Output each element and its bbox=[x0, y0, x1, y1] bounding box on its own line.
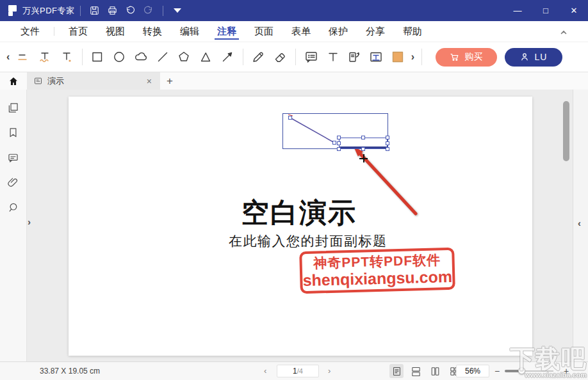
continuous-scroll-view-button[interactable] bbox=[409, 364, 423, 378]
pencil-button[interactable] bbox=[249, 47, 268, 67]
selection-handle[interactable] bbox=[337, 141, 341, 145]
cloud-shape-icon bbox=[133, 49, 149, 65]
page-number-input[interactable]: 1 /4 bbox=[277, 365, 319, 377]
selection-handle[interactable] bbox=[361, 136, 365, 139]
titlebar-divider bbox=[80, 6, 81, 16]
rectangle-shape-button[interactable] bbox=[88, 47, 107, 67]
zoom-slider-thumb[interactable] bbox=[518, 367, 525, 374]
toolbar-scroll-right-button[interactable]: › bbox=[409, 51, 417, 63]
toolbar-scroll-left-button[interactable]: ‹ bbox=[4, 51, 12, 63]
close-button[interactable]: ✕ bbox=[560, 0, 588, 21]
sidebar-thumbnails-button[interactable] bbox=[6, 100, 21, 115]
facing-pages-view-button[interactable] bbox=[428, 364, 442, 378]
left-sidebar bbox=[0, 90, 27, 361]
document-viewer[interactable]: 空白演示 在此输入您的封面副标题 神奇PPT转PDF软件 shenqixiang… bbox=[27, 90, 573, 361]
selection-handle[interactable] bbox=[386, 136, 389, 139]
line-endpoint-handle[interactable] bbox=[288, 116, 292, 120]
quick-access-dropdown-button[interactable] bbox=[168, 3, 186, 19]
undo-button[interactable] bbox=[122, 3, 140, 19]
redo-button[interactable] bbox=[140, 3, 158, 19]
maximize-button[interactable]: □ bbox=[532, 0, 560, 21]
menu-form[interactable]: 表单 bbox=[282, 21, 320, 42]
current-page-number: 1 bbox=[293, 367, 297, 376]
expand-left-panel-button[interactable]: › bbox=[28, 216, 31, 227]
callout-button[interactable] bbox=[345, 47, 364, 67]
arrow-shape-button[interactable] bbox=[218, 47, 237, 67]
zoom-slider[interactable] bbox=[505, 370, 553, 372]
eraser-button[interactable] bbox=[270, 47, 290, 67]
next-page-button[interactable]: › bbox=[328, 362, 331, 380]
pdf-editor-window: 万兴PDF专家 — □ ✕ 文件 首页 视图 转换 编辑 注释 页面 bbox=[0, 0, 588, 380]
menu-comment[interactable]: 注释 bbox=[208, 21, 245, 42]
selection-handle[interactable] bbox=[386, 141, 389, 145]
menu-share[interactable]: 分享 bbox=[357, 21, 394, 42]
search-icon bbox=[6, 201, 20, 214]
triangle-shape-icon bbox=[198, 49, 213, 65]
continuous-scroll-icon bbox=[411, 366, 421, 377]
menu-convert[interactable]: 转换 bbox=[134, 21, 171, 42]
print-icon bbox=[107, 5, 118, 16]
color-swatch-icon bbox=[390, 49, 405, 65]
save-button[interactable] bbox=[86, 3, 104, 19]
bookmarks-icon bbox=[6, 126, 20, 139]
account-button[interactable]: LU bbox=[505, 48, 562, 67]
selection-handle[interactable] bbox=[337, 136, 341, 139]
menu-page[interactable]: 页面 bbox=[245, 21, 282, 42]
annotation-toolbar: ‹ bbox=[0, 42, 588, 72]
oval-shape-icon bbox=[111, 49, 127, 65]
menu-view[interactable]: 视图 bbox=[97, 21, 134, 42]
caret-tool-button[interactable] bbox=[57, 47, 76, 67]
menu-help[interactable]: 帮助 bbox=[394, 21, 431, 42]
document-tab[interactable]: 演示 × bbox=[27, 72, 160, 90]
print-button[interactable] bbox=[104, 3, 122, 19]
selection-handle[interactable] bbox=[337, 147, 341, 151]
vertical-scrollbar[interactable] bbox=[563, 101, 569, 161]
collapse-ribbon-button[interactable] bbox=[560, 28, 568, 39]
sidebar-attachments-button[interactable] bbox=[6, 175, 21, 190]
zoom-level-input[interactable]: 56% bbox=[456, 365, 489, 377]
color-swatch-button[interactable] bbox=[388, 47, 407, 67]
buy-button[interactable]: 购买 bbox=[436, 48, 497, 67]
sticky-note-button[interactable] bbox=[302, 47, 321, 67]
stamp-line2: shenqixiangsu.com bbox=[302, 268, 452, 290]
line-endpoint-handle[interactable] bbox=[332, 141, 336, 145]
line-shape-button[interactable] bbox=[153, 47, 172, 67]
attachments-icon bbox=[6, 176, 20, 189]
triangle-shape-button[interactable] bbox=[196, 47, 215, 67]
selection-handle[interactable] bbox=[361, 147, 365, 151]
textbox-icon bbox=[368, 49, 384, 65]
polygon-shape-button[interactable] bbox=[174, 47, 193, 67]
previous-page-button[interactable]: ‹ bbox=[264, 362, 266, 380]
toolbar-divider bbox=[82, 49, 83, 65]
sidebar-bookmarks-button[interactable] bbox=[6, 125, 21, 140]
menu-home[interactable]: 首页 bbox=[60, 21, 97, 42]
tab-title: 演示 bbox=[47, 75, 140, 87]
underline-tool-button[interactable] bbox=[13, 47, 33, 67]
oval-shape-button[interactable] bbox=[110, 47, 129, 67]
menu-file[interactable]: 文件 bbox=[12, 21, 49, 42]
app-title: 万兴PDF专家 bbox=[22, 5, 75, 17]
single-page-view-button[interactable] bbox=[389, 364, 404, 378]
rectangle-shape-icon bbox=[90, 49, 105, 65]
menu-edit[interactable]: 编辑 bbox=[171, 21, 208, 42]
zoom-in-button[interactable]: + bbox=[564, 362, 569, 380]
page-dimensions-label: 33.87 X 19.05 cm bbox=[40, 362, 100, 380]
menu-protect[interactable]: 保护 bbox=[320, 21, 357, 42]
home-button[interactable] bbox=[0, 72, 27, 90]
typewriter-icon bbox=[325, 49, 341, 65]
pdf-page[interactable]: 空白演示 在此输入您的封面副标题 神奇PPT转PDF软件 shenqixiang… bbox=[69, 97, 532, 356]
textbox-button[interactable] bbox=[366, 47, 386, 67]
typewriter-button[interactable] bbox=[323, 47, 343, 67]
tab-close-button[interactable]: × bbox=[145, 76, 154, 86]
squiggly-underline-button[interactable] bbox=[35, 47, 54, 67]
sidebar-comments-button[interactable] bbox=[6, 150, 21, 165]
zoom-out-button[interactable]: − bbox=[494, 362, 500, 380]
minimize-button[interactable]: — bbox=[503, 0, 532, 21]
titlebar-divider bbox=[163, 6, 163, 16]
toolbar-divider bbox=[421, 49, 422, 65]
expand-right-panel-button[interactable]: ‹ bbox=[578, 218, 581, 228]
new-tab-button[interactable]: + bbox=[160, 72, 179, 90]
sidebar-search-button[interactable] bbox=[6, 200, 21, 215]
selection-handle[interactable] bbox=[386, 147, 389, 151]
cloud-shape-button[interactable] bbox=[131, 47, 151, 67]
